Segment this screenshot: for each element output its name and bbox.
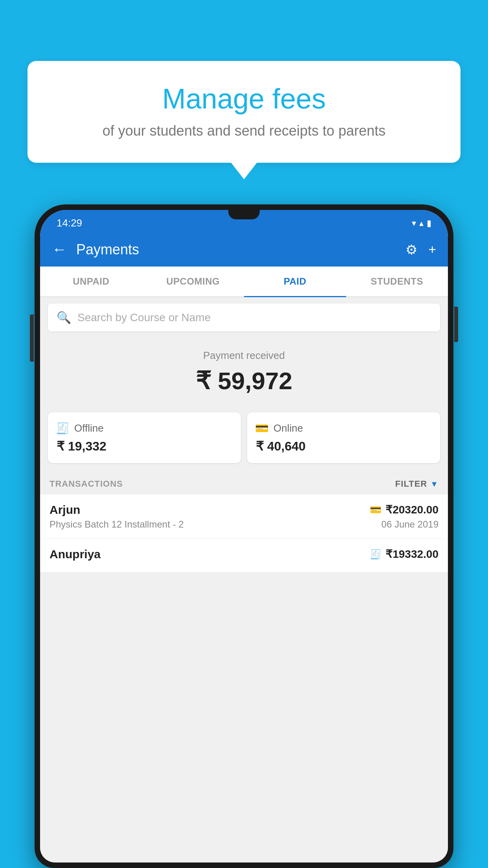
online-amount: ₹ 40,640 bbox=[256, 439, 432, 454]
bubble-subtitle: of your students and send receipts to pa… bbox=[51, 123, 437, 139]
online-card: 💳 Online ₹ 40,640 bbox=[247, 412, 440, 463]
back-button[interactable]: ← bbox=[52, 241, 67, 258]
payment-received-amount: ₹ 59,972 bbox=[48, 366, 440, 395]
status-icons: ▾ ▴ ▮ bbox=[412, 218, 431, 228]
filter-button[interactable]: FILTER ▼ bbox=[395, 479, 438, 489]
page-title: Payments bbox=[76, 241, 405, 258]
transaction-row-top: Anupriya 🧾 ₹19332.00 bbox=[50, 548, 438, 561]
transaction-row-top: Arjun 💳 ₹20320.00 bbox=[50, 503, 438, 517]
transaction-name: Arjun bbox=[50, 503, 80, 517]
status-time: 14:29 bbox=[57, 217, 82, 229]
card-payment-icon: 💳 bbox=[370, 504, 382, 515]
online-label: Online bbox=[273, 422, 303, 434]
transaction-detail: Physics Batch 12 Installment - 2 06 June… bbox=[50, 519, 438, 530]
offline-icon: 🧾 bbox=[56, 422, 70, 435]
add-icon[interactable]: + bbox=[428, 242, 436, 257]
transaction-course: Physics Batch 12 Installment - 2 bbox=[50, 519, 183, 530]
filter-label: FILTER bbox=[395, 479, 427, 489]
transaction-date: 06 June 2019 bbox=[382, 519, 438, 530]
transaction-amount: ₹19332.00 bbox=[385, 548, 438, 561]
speech-bubble: Manage fees of your students and send re… bbox=[28, 61, 460, 163]
content-area: 🔍 Search by Course or Name Payment recei… bbox=[40, 297, 448, 862]
offline-card: 🧾 Offline ₹ 19,332 bbox=[48, 412, 241, 463]
app-header: ← Payments ⚙ + bbox=[40, 232, 448, 267]
tab-upcoming[interactable]: UPCOMING bbox=[142, 267, 244, 296]
tab-paid[interactable]: PAID bbox=[244, 267, 346, 296]
transaction-list: Arjun 💳 ₹20320.00 Physics Batch 12 Insta… bbox=[40, 495, 448, 572]
search-input[interactable]: Search by Course or Name bbox=[77, 311, 211, 324]
transactions-header: TRANSACTIONS FILTER ▼ bbox=[40, 471, 448, 495]
signal-icon: ▴ bbox=[419, 218, 424, 228]
offline-label: Offline bbox=[74, 422, 104, 434]
transaction-amount: ₹20320.00 bbox=[385, 503, 438, 516]
transactions-label: TRANSACTIONS bbox=[50, 479, 123, 489]
search-bar[interactable]: 🔍 Search by Course or Name bbox=[48, 303, 440, 331]
table-row[interactable]: Anupriya 🧾 ₹19332.00 bbox=[40, 539, 448, 572]
online-card-header: 💳 Online bbox=[255, 422, 432, 435]
phone-frame: 14:29 ▾ ▴ ▮ ← Payments ⚙ + UNPAID UPCOMI… bbox=[35, 204, 453, 868]
offline-amount: ₹ 19,332 bbox=[57, 439, 233, 454]
phone-screen: 14:29 ▾ ▴ ▮ ← Payments ⚙ + UNPAID UPCOMI… bbox=[40, 210, 448, 862]
online-icon: 💳 bbox=[255, 422, 269, 435]
filter-icon: ▼ bbox=[430, 480, 438, 489]
bubble-title: Manage fees bbox=[51, 83, 437, 115]
wifi-icon: ▾ bbox=[412, 218, 416, 228]
phone-notch bbox=[228, 210, 260, 219]
payment-cards: 🧾 Offline ₹ 19,332 💳 Online ₹ 40,640 bbox=[40, 412, 448, 471]
transaction-amount-wrap: 🧾 ₹19332.00 bbox=[370, 548, 438, 561]
tab-unpaid[interactable]: UNPAID bbox=[40, 267, 142, 296]
offline-card-header: 🧾 Offline bbox=[56, 422, 233, 435]
cash-payment-icon: 🧾 bbox=[370, 549, 382, 560]
tabs-bar: UNPAID UPCOMING PAID STUDENTS bbox=[40, 267, 448, 297]
payment-received-label: Payment received bbox=[48, 349, 440, 362]
table-row[interactable]: Arjun 💳 ₹20320.00 Physics Batch 12 Insta… bbox=[40, 495, 448, 539]
search-icon: 🔍 bbox=[57, 311, 71, 324]
tab-students[interactable]: STUDENTS bbox=[346, 267, 448, 296]
transaction-amount-wrap: 💳 ₹20320.00 bbox=[370, 503, 438, 516]
settings-icon[interactable]: ⚙ bbox=[405, 242, 417, 257]
payment-received-section: Payment received ₹ 59,972 bbox=[40, 338, 448, 412]
transaction-name: Anupriya bbox=[50, 548, 101, 561]
battery-icon: ▮ bbox=[427, 218, 431, 228]
header-actions: ⚙ + bbox=[405, 242, 436, 257]
promo-section: Manage fees of your students and send re… bbox=[28, 61, 460, 163]
